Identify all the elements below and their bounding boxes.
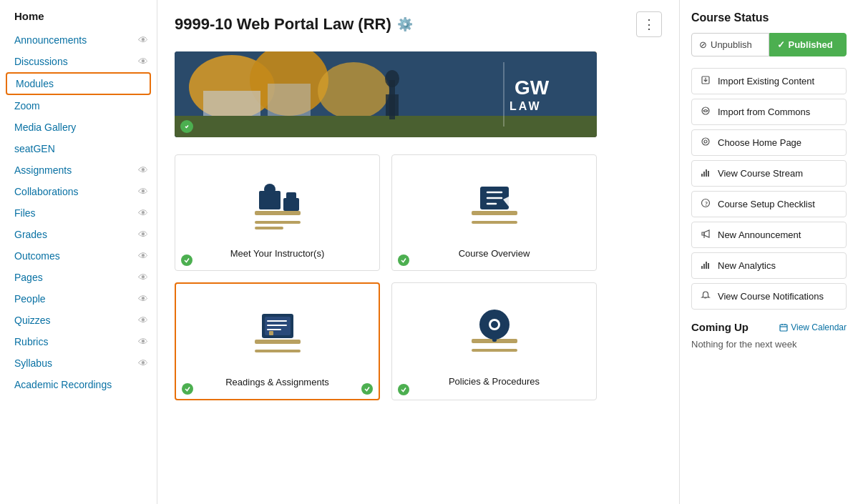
sidebar-item-assignments[interactable]: Assignments 👁 [0,159,157,181]
new-announcement-button[interactable]: New Announcement [691,222,847,248]
readings-icon [249,305,306,362]
view-calendar-link[interactable]: View Calendar [779,322,847,332]
published-check-icon: ✓ [777,39,785,50]
tile-badge-right [361,383,373,395]
course-tiles-grid: Meet Your Instructor(s) Course Overview [175,154,597,400]
sidebar: Home Announcements 👁 Discussions 👁 Modul… [0,0,157,504]
sidebar-item-announcements[interactable]: Announcements 👁 [0,29,157,51]
import-existing-icon [701,75,712,87]
sidebar-item-media-gallery[interactable]: Media Gallery [0,117,157,138]
policies-icon [466,305,523,362]
tile-badge-left [181,255,192,266]
announcement-icon [701,229,712,241]
instructor-icon [249,177,306,234]
sidebar-item-modules[interactable]: Modules [6,72,151,95]
coming-up-title: Coming Up [691,321,749,333]
page-title: 9999-10 Web Portal Law (RR) ⚙️ [175,15,413,34]
choose-home-button[interactable]: Choose Home Page [691,129,847,156]
svg-rect-30 [472,349,517,352]
svg-text:LAW: LAW [510,100,542,112]
svg-point-38 [491,321,498,328]
eye-icon: 👁 [138,56,148,67]
svg-point-8 [385,70,399,87]
kebab-menu-button[interactable]: ⋮ [636,11,662,37]
sidebar-item-zoom[interactable]: Zoom [0,95,157,117]
course-banner: GW LAW [175,51,597,137]
svg-rect-44 [703,172,705,177]
sidebar-item-seatgen[interactable]: seatGEN [0,138,157,159]
import-commons-icon [701,106,712,118]
tile-label: Meet Your Instructor(s) [230,248,325,259]
svg-point-18 [264,184,276,195]
calendar-icon [779,323,788,332]
svg-rect-24 [255,340,301,344]
tile-readings-assignments[interactable]: Readings & Assignments [175,282,380,400]
sidebar-item-people[interactable]: People 👁 [0,288,157,310]
sidebar-item-collaborations[interactable]: Collaborations 👁 [0,181,157,202]
svg-rect-28 [269,331,273,335]
svg-rect-19 [283,198,299,211]
svg-rect-15 [255,221,301,224]
svg-rect-20 [286,192,296,199]
notifications-icon [701,290,712,302]
svg-point-41 [702,138,709,145]
tile-label: Course Overview [459,248,530,259]
sidebar-item-pages[interactable]: Pages 👁 [0,267,157,288]
view-course-notifications-button[interactable]: View Course Notifications [691,283,847,310]
unpublish-icon: ⊘ [699,39,707,50]
eye-icon: 👁 [138,336,148,347]
sidebar-item-files[interactable]: Files 👁 [0,202,157,224]
svg-rect-43 [701,174,703,177]
svg-rect-46 [708,171,709,177]
main-content: 9999-10 Web Portal Law (RR) ⚙️ ⋮ [157,0,679,504]
svg-rect-9 [386,94,399,116]
svg-point-42 [704,140,707,143]
eye-icon: 👁 [138,34,148,46]
eye-icon: 👁 [138,207,148,219]
sidebar-item-rubrics[interactable]: Rubrics 👁 [0,331,157,352]
sidebar-home[interactable]: Home [0,0,157,29]
unpublish-button[interactable]: ⊘ Unpublish [691,33,769,56]
published-button[interactable]: ✓ Published [769,33,847,56]
svg-rect-52 [708,263,709,269]
course-setup-checklist-button[interactable]: ? Course Setup Checklist [691,191,847,217]
svg-text:GW: GW [515,76,550,99]
tile-course-overview[interactable]: Course Overview [391,154,597,271]
sidebar-item-discussions[interactable]: Discussions 👁 [0,51,157,72]
course-overview-icon [466,177,523,234]
tile-meet-instructor[interactable]: Meet Your Instructor(s) [175,154,380,271]
course-title-row: 9999-10 Web Portal Law (RR) ⚙️ ⋮ [175,11,662,37]
svg-rect-6 [175,116,597,137]
sidebar-item-outcomes[interactable]: Outcomes 👁 [0,245,157,267]
import-commons-button[interactable]: Import from Commons [691,99,847,125]
svg-rect-25 [255,350,301,352]
coming-up-header: Coming Up View Calendar [691,321,847,333]
tile-label: Policies & Procedures [449,376,540,387]
tile-badge-left [182,383,193,395]
svg-rect-14 [255,211,301,215]
svg-rect-49 [701,266,703,269]
svg-rect-21 [472,211,517,215]
svg-rect-16 [255,227,283,229]
sidebar-item-grades[interactable]: Grades 👁 [0,224,157,245]
tile-policies-procedures[interactable]: Policies & Procedures [391,282,597,400]
choose-home-icon [701,137,712,149]
view-stream-icon [701,167,712,179]
sidebar-item-academic-recordings[interactable]: Academic Recordings [0,374,157,395]
import-existing-button[interactable]: Import Existing Content [691,68,847,94]
eye-icon: 👁 [138,229,148,240]
course-status-title: Course Status [691,11,847,24]
svg-rect-45 [706,169,707,177]
tile-badge-left [398,255,409,266]
eye-icon: 👁 [138,164,148,176]
sidebar-item-quizzes[interactable]: Quizzes 👁 [0,310,157,331]
svg-rect-22 [472,221,517,224]
view-course-stream-button[interactable]: View Course Stream [691,160,847,187]
new-analytics-button[interactable]: New Analytics [691,252,847,279]
right-panel: Course Status ⊘ Unpublish ✓ Published Im… [679,0,858,504]
coming-up-section: Coming Up View Calendar Nothing for the … [691,321,847,350]
status-buttons: ⊘ Unpublish ✓ Published [691,33,847,56]
sidebar-item-syllabus[interactable]: Syllabus 👁 [0,352,157,374]
eye-icon: 👁 [138,293,148,305]
eye-icon: 👁 [138,272,148,283]
